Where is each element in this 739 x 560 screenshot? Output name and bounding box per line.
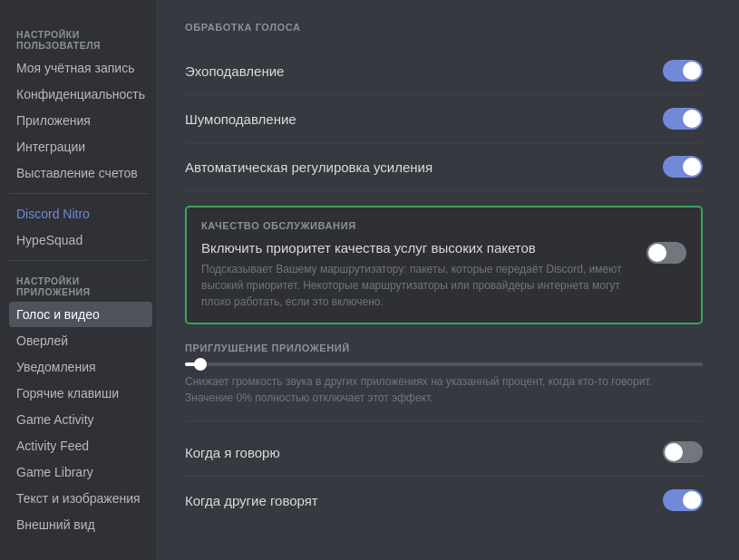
when-i-speak-row: Когда я говорю xyxy=(185,429,703,477)
sidebar-item-activity-feed[interactable]: Activity Feed xyxy=(9,433,152,459)
sidebar-item-hypesquad[interactable]: HypeSquad xyxy=(9,227,152,253)
sidebar-item-nitro[interactable]: Discord Nitro xyxy=(9,201,152,227)
echo-row: Эхоподавление xyxy=(185,47,703,95)
noise-toggle-knob xyxy=(683,110,701,128)
main-content: ОБРАБОТКА ГОЛОСА Эхоподавление Шумоподав… xyxy=(156,0,739,560)
sidebar-item-voice-video[interactable]: Голос и видео xyxy=(9,302,152,327)
sidebar-item-overlay[interactable]: Оверлей xyxy=(9,328,152,353)
sidebar-item-privacy[interactable]: Конфиденциальность xyxy=(9,82,152,107)
qos-description: Подсказывает Вашему маршрутизатору: паке… xyxy=(201,261,632,310)
sidebar-item-my-account[interactable]: Моя учётная запись xyxy=(9,55,152,81)
voice-processing-header: ОБРАБОТКА ГОЛОСА xyxy=(185,22,703,33)
qos-text-block: Включить приоритет качества услуг высоки… xyxy=(201,240,632,310)
attenuation-section: ПРИГЛУШЕНИЕ ПРИЛОЖЕНИЙ Снижает громкость… xyxy=(185,343,703,406)
sidebar-item-notifications[interactable]: Уведомления xyxy=(9,354,152,380)
echo-toggle-knob xyxy=(683,62,701,80)
echo-label: Эхоподавление xyxy=(185,63,284,79)
agc-label: Автоматическая регулировка усиления xyxy=(185,159,433,175)
qos-section: КАЧЕСТВО ОБСЛУЖИВАНИЯ Включить приоритет… xyxy=(185,206,703,324)
sidebar-divider-2 xyxy=(9,260,149,261)
sidebar-item-apps[interactable]: Приложения xyxy=(9,108,152,133)
attenuation-header: ПРИГЛУШЕНИЕ ПРИЛОЖЕНИЙ xyxy=(185,343,703,353)
agc-toggle-knob xyxy=(683,158,701,176)
echo-toggle[interactable] xyxy=(663,60,703,82)
attenuation-description: Снижает громкость звука в других приложе… xyxy=(185,373,703,406)
sidebar: НАСТРОЙКИ ПОЛЬЗОВАТЕЛЯ Моя учётная запис… xyxy=(0,0,156,560)
noise-row: Шумоподавление xyxy=(185,95,703,143)
qos-toggle-row: Включить приоритет качества услуг высоки… xyxy=(201,240,686,310)
qos-header: КАЧЕСТВО ОБСЛУЖИВАНИЯ xyxy=(201,220,686,231)
noise-toggle[interactable] xyxy=(663,108,703,130)
attenuation-slider-track[interactable] xyxy=(185,362,703,366)
sidebar-item-game-library[interactable]: Game Library xyxy=(9,459,152,485)
qos-label: Включить приоритет качества услуг высоки… xyxy=(201,240,632,256)
attenuation-slider-thumb[interactable] xyxy=(194,358,207,371)
app-settings-label: НАСТРОЙКИ ПРИЛОЖЕНИЯ xyxy=(9,268,156,301)
noise-label: Шумоподавление xyxy=(185,111,297,127)
user-settings-label: НАСТРОЙКИ ПОЛЬЗОВАТЕЛЯ xyxy=(9,22,156,54)
qos-toggle-knob xyxy=(648,244,666,262)
sidebar-item-text-images[interactable]: Текст и изображения xyxy=(9,486,152,511)
agc-toggle[interactable] xyxy=(663,156,703,178)
attenuation-slider-container[interactable] xyxy=(185,362,703,366)
when-others-speak-toggle-knob xyxy=(683,491,701,509)
when-others-speak-toggle[interactable] xyxy=(663,489,703,511)
sidebar-item-appearance[interactable]: Внешний вид xyxy=(9,512,152,537)
when-i-speak-toggle-knob xyxy=(665,443,683,461)
sidebar-item-game-activity[interactable]: Game Activity xyxy=(9,407,152,432)
sidebar-item-billing[interactable]: Выставление счетов xyxy=(9,160,152,186)
divider-attenuation xyxy=(185,420,703,421)
sidebar-divider-1 xyxy=(9,193,149,194)
sidebar-item-integrations[interactable]: Интеграции xyxy=(9,134,152,159)
qos-toggle[interactable] xyxy=(647,242,686,264)
agc-row: Автоматическая регулировка усиления xyxy=(185,143,703,191)
when-i-speak-label: Когда я говорю xyxy=(185,445,280,460)
when-i-speak-toggle[interactable] xyxy=(663,441,703,463)
sidebar-item-hotkeys[interactable]: Горячие клавиши xyxy=(9,381,152,406)
when-others-speak-label: Когда другие говорят xyxy=(185,493,318,508)
when-others-speak-row: Когда другие говорят xyxy=(185,477,703,524)
